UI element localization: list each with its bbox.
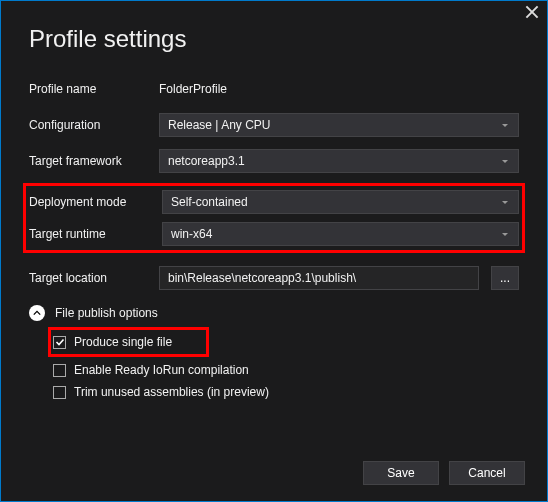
target-framework-value: netcoreapp3.1 bbox=[168, 154, 245, 168]
target-runtime-dropdown[interactable]: win-x64 bbox=[162, 222, 519, 246]
target-framework-label: Target framework bbox=[29, 154, 159, 168]
deployment-mode-label: Deployment mode bbox=[29, 195, 162, 209]
page-title: Profile settings bbox=[29, 25, 519, 53]
target-runtime-value: win-x64 bbox=[171, 227, 212, 241]
target-location-label: Target location bbox=[29, 271, 159, 285]
enable-ready2run-checkbox[interactable] bbox=[53, 364, 66, 377]
target-runtime-label: Target runtime bbox=[29, 227, 162, 241]
target-framework-dropdown[interactable]: netcoreapp3.1 bbox=[159, 149, 519, 173]
target-location-value: bin\Release\netcoreapp3.1\publish\ bbox=[168, 271, 356, 285]
configuration-label: Configuration bbox=[29, 118, 159, 132]
file-publish-toggle[interactable]: File publish options bbox=[29, 305, 519, 321]
save-button[interactable]: Save bbox=[363, 461, 439, 485]
enable-ready2run-label: Enable Ready IoRun compilation bbox=[74, 363, 249, 377]
close-icon[interactable] bbox=[525, 5, 539, 19]
trim-unused-label: Trim unused assemblies (in preview) bbox=[74, 385, 269, 399]
deployment-mode-dropdown[interactable]: Self-contained bbox=[162, 190, 519, 214]
trim-unused-checkbox[interactable] bbox=[53, 386, 66, 399]
produce-single-file-label: Produce single file bbox=[74, 335, 172, 349]
browse-button[interactable]: ... bbox=[491, 266, 519, 290]
deployment-mode-value: Self-contained bbox=[171, 195, 248, 209]
cancel-button[interactable]: Cancel bbox=[449, 461, 525, 485]
profile-name-value: FolderProfile bbox=[159, 82, 519, 96]
highlight-box-2: Produce single file bbox=[48, 327, 209, 357]
profile-name-label: Profile name bbox=[29, 82, 159, 96]
target-location-field[interactable]: bin\Release\netcoreapp3.1\publish\ bbox=[159, 266, 479, 290]
file-publish-label: File publish options bbox=[55, 306, 158, 320]
produce-single-file-checkbox[interactable] bbox=[53, 336, 66, 349]
chevron-up-icon bbox=[29, 305, 45, 321]
configuration-value: Release | Any CPU bbox=[168, 118, 271, 132]
configuration-dropdown[interactable]: Release | Any CPU bbox=[159, 113, 519, 137]
highlight-box-1: Deployment mode Self-contained Target ru… bbox=[23, 183, 525, 253]
